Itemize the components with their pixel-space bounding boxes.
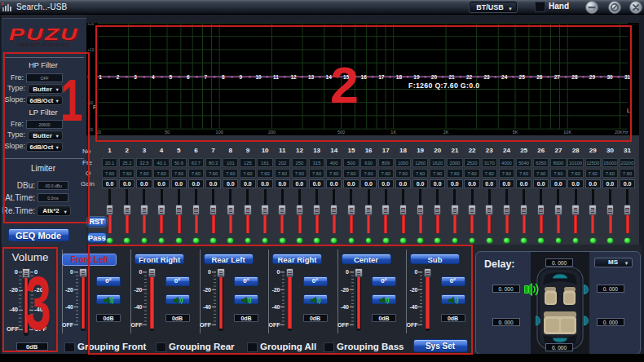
svg-text:+10: +10 xyxy=(87,47,95,52)
svg-text:+20: +20 xyxy=(87,23,95,26)
